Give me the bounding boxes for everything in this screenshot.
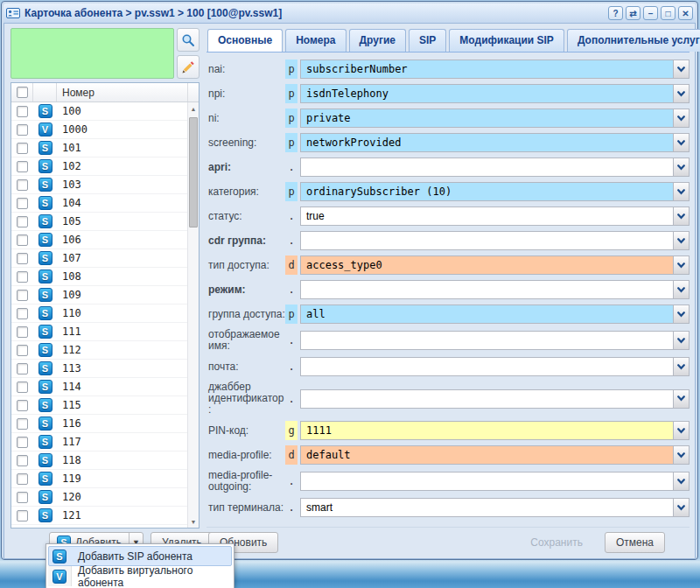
combo-input[interactable] xyxy=(300,421,673,440)
combo-dropdown-trigger[interactable] xyxy=(673,84,690,103)
combo-dropdown-trigger[interactable] xyxy=(673,280,690,299)
list-item[interactable]: S 108 xyxy=(11,268,187,286)
row-checkbox[interactable] xyxy=(17,437,28,448)
row-checkbox[interactable] xyxy=(17,492,28,503)
row-checkbox[interactable] xyxy=(17,179,28,191)
row-checkbox[interactable] xyxy=(17,382,28,393)
cancel-button[interactable]: Отмена xyxy=(605,532,665,553)
row-checkbox[interactable] xyxy=(17,308,28,319)
row-checkbox[interactable] xyxy=(17,326,28,338)
list-item[interactable]: S 106 xyxy=(11,231,187,249)
combo-dropdown-trigger[interactable] xyxy=(673,206,690,226)
maximize-button[interactable]: □ xyxy=(661,6,676,20)
tab-nomera[interactable]: Номера xyxy=(285,29,346,52)
select-all-checkbox[interactable] xyxy=(17,87,28,98)
scrollbar-thumb[interactable] xyxy=(189,117,198,228)
combo-dropdown-trigger[interactable] xyxy=(673,304,690,324)
list-item[interactable]: S 118 xyxy=(11,452,187,470)
help-button[interactable]: ? xyxy=(608,6,623,20)
scroll-up-icon[interactable]: ▲ xyxy=(188,102,199,115)
combo-input[interactable] xyxy=(300,304,673,324)
type-column-header[interactable] xyxy=(33,83,57,102)
combo-input[interactable] xyxy=(300,231,673,250)
list-item[interactable]: S 105 xyxy=(11,213,187,231)
row-checkbox[interactable] xyxy=(17,253,28,264)
list-item[interactable]: S 115 xyxy=(11,396,187,415)
search-textarea[interactable] xyxy=(10,28,174,79)
tab-drugie[interactable]: Другие xyxy=(349,29,406,52)
combo-dropdown-trigger[interactable] xyxy=(673,445,690,465)
menu-item[interactable]: V Добавить виртуального абонента xyxy=(48,566,232,586)
combo-dropdown-trigger[interactable] xyxy=(673,421,690,440)
combo-dropdown-trigger[interactable] xyxy=(673,357,690,376)
combo-input[interactable] xyxy=(300,206,673,226)
list-item[interactable]: S 107 xyxy=(11,249,187,268)
list-item[interactable]: S 114 xyxy=(11,378,187,396)
combo-input[interactable] xyxy=(300,133,673,152)
list-item[interactable]: S 103 xyxy=(11,176,187,194)
minimize-button[interactable]: – xyxy=(643,6,658,20)
combo-dropdown-trigger[interactable] xyxy=(673,231,690,250)
row-checkbox[interactable] xyxy=(17,124,28,136)
list-header[interactable]: Номер xyxy=(11,83,199,102)
combo-dropdown-trigger[interactable] xyxy=(673,256,690,275)
tab-sip[interactable]: SIP xyxy=(409,29,446,52)
row-checkbox[interactable] xyxy=(17,473,28,485)
list-item[interactable]: S 104 xyxy=(11,194,187,213)
combo-dropdown-trigger[interactable] xyxy=(673,331,690,350)
combo-dropdown-trigger[interactable] xyxy=(673,158,690,177)
combo-input[interactable] xyxy=(300,357,673,376)
combo-dropdown-trigger[interactable] xyxy=(673,498,690,517)
row-checkbox[interactable] xyxy=(17,510,28,522)
row-checkbox[interactable] xyxy=(17,161,28,172)
row-checkbox[interactable] xyxy=(17,363,28,374)
combo-input[interactable] xyxy=(300,445,673,465)
combo-dropdown-trigger[interactable] xyxy=(673,133,690,152)
row-checkbox[interactable] xyxy=(17,290,28,301)
list-item[interactable]: S 111 xyxy=(11,323,187,341)
combo-input[interactable] xyxy=(300,498,673,517)
combo-dropdown-trigger[interactable] xyxy=(673,182,690,201)
combo-input[interactable] xyxy=(300,108,673,128)
search-button[interactable] xyxy=(177,28,200,52)
row-checkbox[interactable] xyxy=(17,455,28,466)
combo-dropdown-trigger[interactable] xyxy=(673,60,690,79)
row-checkbox[interactable] xyxy=(17,143,28,154)
window-titlebar[interactable]: Карточка абонента > pv.ssw1 > 100 [100@p… xyxy=(4,4,696,23)
row-checkbox[interactable] xyxy=(17,198,28,209)
edit-button[interactable] xyxy=(177,55,200,79)
list-item[interactable]: S 101 xyxy=(11,139,187,158)
list-item[interactable]: S 113 xyxy=(11,360,187,378)
combo-input[interactable] xyxy=(300,256,673,275)
list-item[interactable]: S 112 xyxy=(11,341,187,360)
row-checkbox[interactable] xyxy=(17,234,28,246)
combo-input[interactable] xyxy=(300,331,673,350)
row-checkbox[interactable] xyxy=(17,216,28,228)
list-item[interactable]: S 110 xyxy=(11,304,187,323)
combo-input[interactable] xyxy=(300,158,673,177)
tab-dop-uslugi[interactable]: Дополнительные услуги xyxy=(567,29,700,52)
combo-dropdown-trigger[interactable] xyxy=(673,389,690,409)
close-button[interactable]: ✕ xyxy=(678,6,693,20)
combo-input[interactable] xyxy=(300,280,673,299)
scroll-down-icon[interactable]: ▼ xyxy=(188,515,199,528)
row-checkbox[interactable] xyxy=(17,106,28,117)
tab-osnovnye[interactable]: Основные xyxy=(207,29,283,52)
tab-modifikacii-sip[interactable]: Модификации SIP xyxy=(449,29,564,52)
number-column-header[interactable]: Номер xyxy=(57,83,187,102)
list-item[interactable]: S 120 xyxy=(11,488,187,507)
list-item[interactable]: S 100 xyxy=(11,102,187,121)
list-item[interactable]: S 119 xyxy=(11,470,187,488)
list-scrollbar[interactable]: ▲ ▼ xyxy=(187,102,199,528)
save-button[interactable]: Сохранить xyxy=(517,532,596,553)
combo-input[interactable] xyxy=(300,472,673,491)
row-checkbox[interactable] xyxy=(17,418,28,430)
list-item[interactable]: V 1000 xyxy=(11,121,187,139)
list-item[interactable]: S 116 xyxy=(11,415,187,433)
combo-input[interactable] xyxy=(300,389,673,409)
list-item[interactable]: S 102 xyxy=(11,158,187,176)
list-item[interactable]: S 117 xyxy=(11,433,187,452)
list-item[interactable]: S 109 xyxy=(11,286,187,304)
combo-dropdown-trigger[interactable] xyxy=(673,108,690,128)
combo-dropdown-trigger[interactable] xyxy=(673,472,690,491)
